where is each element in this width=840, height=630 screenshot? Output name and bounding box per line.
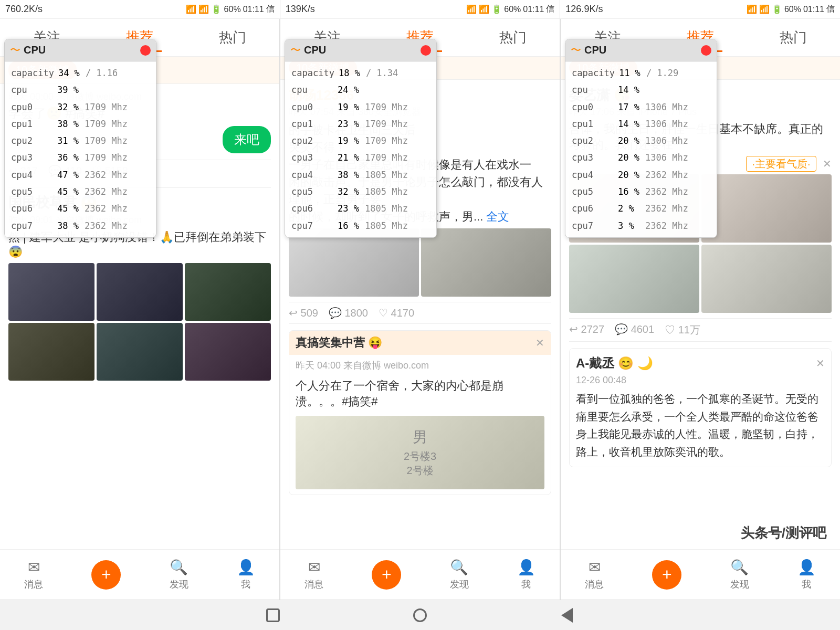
panel3-cpu-header: 〜 CPU [565, 39, 717, 61]
panel2-nav-discover[interactable]: 🔍 发现 [450, 559, 469, 591]
panel1-nav-hot[interactable]: 热门 [211, 24, 255, 51]
panel-2: 关注 推荐 热门 10条新微博 胡杨12386 昨天 07:54 来自 360安… [280, 19, 561, 600]
panel3-cpu-title: CPU [584, 44, 701, 56]
panel1-nav-discover[interactable]: 🔍 发现 [170, 559, 188, 591]
panel3-nav-discover[interactable]: 🔍 发现 [730, 559, 749, 591]
panel2-cpu-data: capacity 18 % / 1.34 cpu 24 % cpu0 19 % … [285, 61, 436, 237]
android-back-btn[interactable] [556, 605, 578, 626]
panel2-post1-images [289, 228, 551, 297]
panel3-post1-stats: ↩ 2727 💬 4601 ♡ 11万 [569, 318, 832, 342]
panel2-nav-hot[interactable]: 热门 [491, 24, 535, 51]
panel3-nav-hot[interactable]: 热门 [771, 24, 815, 51]
panel2-cpu-close[interactable] [421, 45, 431, 56]
panel1-core0: cpu0 32 % 1709 Mhz [11, 99, 150, 116]
app-container: 760.2K/s 📶 📶 🔋 60% 01:11 信 139K/s 📶 📶 🔋 … [0, 0, 840, 630]
panel2-nav-me[interactable]: 👤 我 [517, 559, 536, 591]
panel1-cpu-data: capacity 34 % / 1.16 cpu 39 % cpu0 32 % … [5, 61, 156, 237]
panel2-nav-plus[interactable]: + [372, 560, 401, 590]
status-bar-2: 139K/s 📶 📶 🔋 60% 01:11 信 [280, 0, 561, 18]
panel1-cpu-title: CPU [24, 44, 140, 56]
panel3-bottom-nav: ✉ 消息 + 🔍 发现 👤 我 [561, 549, 840, 600]
main-panels: 关注 推荐 热门 10条新微博 昨天 00:00 来自微博 weibo.com … [0, 19, 840, 600]
android-recents-btn[interactable] [262, 605, 284, 626]
panel2-nav-message[interactable]: ✉ 消息 [304, 559, 323, 591]
panel1-core6: cpu6 45 % 2362 Mhz [11, 200, 150, 217]
panel1-cpu-header: 〜 CPU [5, 39, 156, 61]
panel3-cpu-close[interactable] [701, 45, 711, 56]
panel2-cpu-title: CPU [304, 44, 421, 56]
panel1-core4: cpu4 47 % 2362 Mhz [11, 166, 150, 183]
panel1-cpu-close[interactable] [140, 45, 151, 56]
watermark: 头条号/测评吧 [736, 522, 832, 544]
panel1-nav-me[interactable]: 👤 我 [237, 559, 255, 591]
status-bar-3: 126.9K/s 📶 📶 🔋 60% 01:11 信 [560, 0, 840, 18]
panel3-nav-plus[interactable]: + [652, 560, 681, 590]
panel2-post1-stats: ↩ 509 💬 1800 ♡ 4170 [289, 302, 551, 324]
panel1-core5: cpu5 45 % 2362 Mhz [11, 183, 150, 200]
panel3-nav-me[interactable]: 👤 我 [797, 559, 816, 591]
panel2-cpu-overlay: 〜 CPU capacity 18 % / 1.34 cpu 24 % [285, 39, 437, 238]
panel1-core7: cpu7 38 % 2362 Mhz [11, 217, 150, 234]
panel1-post2-images [8, 263, 271, 381]
status-icons-1: 📶 📶 🔋 60% 01:11 信 [186, 4, 275, 15]
status-speed-1: 760.2K/s [5, 4, 43, 15]
panel1-bottom-nav: ✉ 消息 + 🔍 发现 👤 我 [0, 549, 279, 600]
panel1-nav-plus[interactable]: + [91, 560, 121, 590]
panel1-nav-message[interactable]: ✉ 消息 [24, 559, 43, 591]
panel1-cpu-row: cpu 39 % [11, 81, 150, 98]
panel3-nav-message[interactable]: ✉ 消息 [585, 559, 604, 591]
android-home-btn[interactable] [410, 605, 430, 626]
status-time-1: 01:11 [243, 5, 264, 14]
status-time-3: 01:11 [803, 5, 824, 14]
status-bar-1: 760.2K/s 📶 📶 🔋 60% 01:11 信 [0, 0, 280, 18]
status-bars: 760.2K/s 📶 📶 🔋 60% 01:11 信 139K/s 📶 📶 🔋 … [0, 0, 840, 19]
panel3-post2-username: A-戴丞 😊 🌙 [576, 355, 653, 372]
panel3-post2-meta: 12-26 00:48 [576, 375, 825, 386]
status-speed-3: 126.9K/s [565, 4, 603, 15]
panel1-cpu-overlay: 〜 CPU capacity 34 % / 1.16 cpu 39 % [4, 39, 156, 238]
panel1-core1: cpu1 38 % 1709 Mhz [11, 116, 150, 132]
status-icons-3: 📶 📶 🔋 60% 01:11 信 [747, 4, 835, 15]
panel3-post2-text: 看到一位孤独的爸爸，一个孤寒的圣诞节。无受的痛里要怎么承受，一个全人类最严酷的命… [576, 390, 825, 460]
panel3-post2: A-戴丞 😊 🌙 ✕ 12-26 00:48 看到一位孤独的爸爸，一个孤寒的圣诞… [569, 348, 832, 467]
panel3-cpu-data: capacity 11 % / 1.29 cpu 14 % cpu0 17 % … [565, 61, 717, 237]
panel2-bottom-nav: ✉ 消息 + 🔍 发现 👤 我 [280, 549, 560, 600]
status-icons-2: 📶 📶 🔋 60% 01:11 信 [466, 4, 555, 15]
panel2-cpu-header: 〜 CPU [285, 39, 436, 61]
status-speed-2: 139K/s [286, 4, 315, 15]
panel-1: 关注 推荐 热门 10条新微博 昨天 00:00 来自微博 weibo.com … [0, 19, 280, 600]
panel2-banner: 真搞笑集中营 😝 ✕ 昨天 04:00 来自微博 weibo.com 个人分在了… [289, 330, 551, 495]
panel1-capacity-row: capacity 34 % / 1.16 [11, 65, 150, 81]
panel1-core2: cpu2 31 % 1709 Mhz [11, 132, 150, 149]
android-bottom-bar [0, 600, 840, 630]
panel-3: 关注 推荐 热门 10条新微博 娄艺潇 😘 昨天 17:06 来自 iPhone… [561, 19, 840, 600]
status-time-2: 01:11 [523, 5, 544, 14]
panel3-cpu-overlay: 〜 CPU capacity 11 % / 1.29 cpu 14 % [565, 39, 717, 238]
panel1-core3: cpu3 36 % 1709 Mhz [11, 149, 150, 166]
